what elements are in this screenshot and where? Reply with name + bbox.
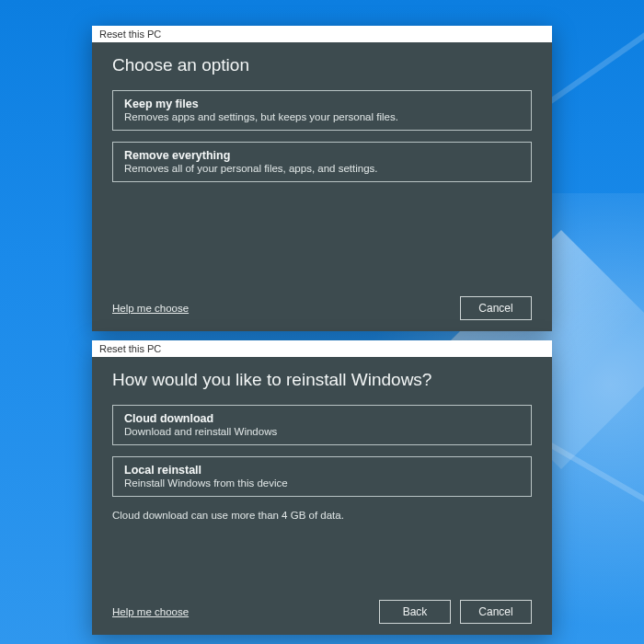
dialog-body: How would you like to reinstall Windows?…	[92, 357, 552, 635]
back-button[interactable]: Back	[379, 600, 451, 624]
option-desc: Removes apps and settings, but keeps you…	[124, 111, 520, 122]
option-title: Keep my files	[124, 98, 520, 110]
option-title: Remove everything	[124, 149, 520, 162]
option-keep-my-files[interactable]: Keep my files Removes apps and settings,…	[112, 90, 532, 131]
help-me-choose-link[interactable]: Help me choose	[112, 606, 189, 617]
dialog-heading: Choose an option	[112, 55, 532, 75]
button-row: Cancel	[460, 296, 532, 320]
dialog-heading: How would you like to reinstall Windows?	[112, 370, 532, 390]
option-desc: Download and reinstall Windows	[124, 426, 520, 437]
cloud-download-note: Cloud download can use more than 4 GB of…	[112, 510, 532, 521]
reset-pc-dialog-choose-option: Reset this PC Choose an option Keep my f…	[92, 26, 552, 331]
dialog-footer: Help me choose Cancel	[112, 289, 532, 320]
option-title: Cloud download	[124, 412, 520, 425]
cancel-button[interactable]: Cancel	[460, 600, 532, 624]
option-local-reinstall[interactable]: Local reinstall Reinstall Windows from t…	[112, 456, 532, 497]
cancel-button[interactable]: Cancel	[460, 296, 532, 320]
dialog-footer: Help me choose Back Cancel	[112, 592, 532, 624]
dialog-titlebar: Reset this PC	[92, 340, 552, 357]
option-desc: Removes all of your personal files, apps…	[124, 163, 520, 174]
reset-pc-dialog-reinstall-method: Reset this PC How would you like to rein…	[92, 340, 552, 635]
button-row: Back Cancel	[379, 600, 532, 624]
option-cloud-download[interactable]: Cloud download Download and reinstall Wi…	[112, 405, 532, 445]
dialog-titlebar: Reset this PC	[92, 26, 552, 42]
option-desc: Reinstall Windows from this device	[124, 477, 520, 489]
help-me-choose-link[interactable]: Help me choose	[112, 303, 189, 314]
dialog-body: Choose an option Keep my files Removes a…	[92, 42, 552, 331]
option-title: Local reinstall	[124, 464, 520, 477]
option-remove-everything[interactable]: Remove everything Removes all of your pe…	[112, 142, 532, 182]
